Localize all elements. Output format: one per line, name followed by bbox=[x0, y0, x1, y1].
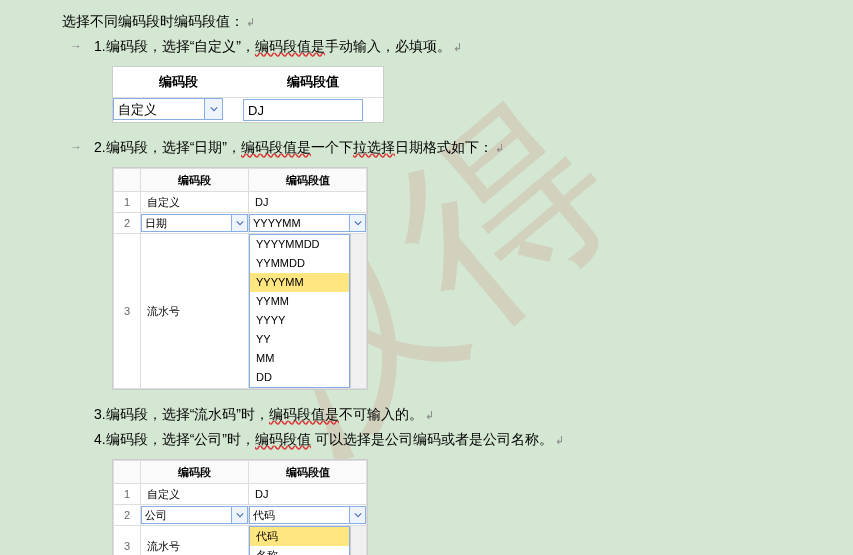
row-num-header bbox=[114, 461, 141, 484]
table-row: 3 流水号 YYYYMMDD YYMMDD YYYYMM YYMM YYYY Y… bbox=[114, 234, 367, 389]
dropdown-option-selected[interactable]: 代码 bbox=[250, 527, 349, 546]
segment-select[interactable]: 自定义 bbox=[113, 98, 243, 122]
dropdown-option[interactable]: YYMM bbox=[250, 292, 349, 311]
text: 不可输入的。 bbox=[339, 406, 423, 422]
row-num: 1 bbox=[114, 192, 141, 213]
scrollbar[interactable] bbox=[350, 526, 366, 555]
text: 2.编码段，选择“日期”， bbox=[94, 139, 241, 155]
item-1: 1.编码段，选择“自定义”，编码段值是手动输入，必填项。↲ bbox=[0, 35, 853, 58]
underlined-text: 编码段值是 bbox=[269, 406, 339, 422]
cell-segment: 自定义 bbox=[141, 484, 249, 505]
table-row: 1 自定义 DJ bbox=[114, 192, 367, 213]
chevron-down-icon[interactable] bbox=[350, 506, 366, 524]
screenshot-1: 编码段 编码段值 自定义 bbox=[112, 66, 384, 123]
segment-select-value: 日期 bbox=[141, 214, 232, 232]
segment-value-input[interactable] bbox=[243, 99, 363, 121]
dropdown-option-selected[interactable]: YYYYMM bbox=[250, 273, 349, 292]
row-num: 2 bbox=[114, 505, 141, 526]
cell-segment: 流水号 bbox=[141, 234, 249, 389]
dropdown-option[interactable]: 名称 bbox=[250, 546, 349, 555]
dropdown-option[interactable]: MM bbox=[250, 349, 349, 368]
line-end: ↲ bbox=[246, 16, 255, 28]
line-end: ↲ bbox=[453, 41, 462, 53]
dropdown-option[interactable]: YYYYMMDD bbox=[250, 235, 349, 254]
underlined-text: 编码段值 bbox=[255, 431, 311, 447]
dropdown-option[interactable]: YY bbox=[250, 330, 349, 349]
item-3: 3.编码段，选择“流水码”时，编码段值是不可输入的。↲ bbox=[0, 403, 853, 426]
line-end: ↲ bbox=[495, 142, 504, 154]
segment-select-value: 公司 bbox=[141, 506, 232, 524]
value-select[interactable]: 代码 bbox=[249, 506, 366, 524]
table-row: 3 流水号 代码 名称 bbox=[114, 526, 367, 556]
table-row: 2 日期 YYYYMM bbox=[114, 213, 367, 234]
table-row: 2 公司 代码 bbox=[114, 505, 367, 526]
col-header-value: 编码段值 bbox=[243, 67, 383, 98]
item-2: 2.编码段，选择“日期”，编码段值是一个下拉选择日期格式如下：↲ bbox=[0, 136, 853, 159]
chevron-down-icon[interactable] bbox=[232, 506, 248, 524]
segment-select[interactable]: 日期 bbox=[141, 214, 248, 232]
col-header-value: 编码段值 bbox=[249, 461, 367, 484]
chevron-down-icon[interactable] bbox=[205, 98, 223, 120]
underlined-text: 编码段值是 bbox=[255, 38, 325, 54]
text: 一个下 bbox=[311, 139, 353, 155]
heading-line: 选择不同编码段时编码段值：↲ bbox=[0, 10, 853, 33]
line-end: ↲ bbox=[425, 409, 434, 421]
cell-value: DJ bbox=[249, 192, 367, 213]
col-header-segment: 编码段 bbox=[141, 461, 249, 484]
col-header-segment: 编码段 bbox=[113, 67, 243, 98]
text: 1.编码段，选择“自定义”， bbox=[94, 38, 255, 54]
row-num: 2 bbox=[114, 213, 141, 234]
grid-table: 编码段 编码段值 1 自定义 DJ 2 公司 代码 bbox=[113, 460, 367, 555]
line-end: ↲ bbox=[555, 434, 564, 446]
row-num: 3 bbox=[114, 526, 141, 556]
row-num: 3 bbox=[114, 234, 141, 389]
dropdown-option[interactable]: DD bbox=[250, 368, 349, 387]
underlined-text: 拉选择 bbox=[353, 139, 395, 155]
screenshot-3: 编码段 编码段值 1 自定义 DJ 2 公司 代码 bbox=[112, 459, 368, 555]
cell-value: DJ bbox=[249, 484, 367, 505]
simple-table: 编码段 编码段值 自定义 bbox=[113, 67, 383, 122]
grid-table: 编码段 编码段值 1 自定义 DJ 2 日期 YYYYMM bbox=[113, 168, 367, 389]
cell-segment: 流水号 bbox=[141, 526, 249, 556]
chevron-down-icon[interactable] bbox=[232, 214, 248, 232]
segment-select-value: 自定义 bbox=[113, 98, 205, 120]
chevron-down-icon[interactable] bbox=[350, 214, 366, 232]
segment-select[interactable]: 公司 bbox=[141, 506, 248, 524]
value-select-value: YYYYMM bbox=[249, 214, 350, 232]
item-4: 4.编码段，选择“公司”时，编码段值 可以选择是公司编码或者是公司名称。↲ bbox=[0, 428, 853, 451]
underlined-text: 编码段值是 bbox=[241, 139, 311, 155]
text: 3.编码段，选择“流水码”时， bbox=[94, 406, 269, 422]
dropdown-option[interactable]: YYMMDD bbox=[250, 254, 349, 273]
table-row: 1 自定义 DJ bbox=[114, 484, 367, 505]
heading-text: 选择不同编码段时编码段值： bbox=[62, 13, 244, 29]
row-num-header bbox=[114, 169, 141, 192]
value-select[interactable]: YYYYMM bbox=[249, 214, 366, 232]
document-body: 选择不同编码段时编码段值：↲ 1.编码段，选择“自定义”，编码段值是手动输入，必… bbox=[0, 0, 853, 555]
text: 4.编码段，选择“公司”时， bbox=[94, 431, 255, 447]
col-header-value: 编码段值 bbox=[249, 169, 367, 192]
text: 日期格式如下： bbox=[395, 139, 493, 155]
col-header-segment: 编码段 bbox=[141, 169, 249, 192]
scrollbar[interactable] bbox=[350, 234, 366, 388]
row-num: 1 bbox=[114, 484, 141, 505]
text: 可以选择是公司编码或者是公司名称。 bbox=[311, 431, 553, 447]
date-format-dropdown[interactable]: YYYYMMDD YYMMDD YYYYMM YYMM YYYY YY MM D… bbox=[249, 234, 350, 388]
value-select-value: 代码 bbox=[249, 506, 350, 524]
dropdown-option[interactable]: YYYY bbox=[250, 311, 349, 330]
cell-segment: 自定义 bbox=[141, 192, 249, 213]
text: 手动输入，必填项。 bbox=[325, 38, 451, 54]
company-value-dropdown[interactable]: 代码 名称 bbox=[249, 526, 350, 555]
screenshot-2: 编码段 编码段值 1 自定义 DJ 2 日期 YYYYMM bbox=[112, 167, 368, 390]
